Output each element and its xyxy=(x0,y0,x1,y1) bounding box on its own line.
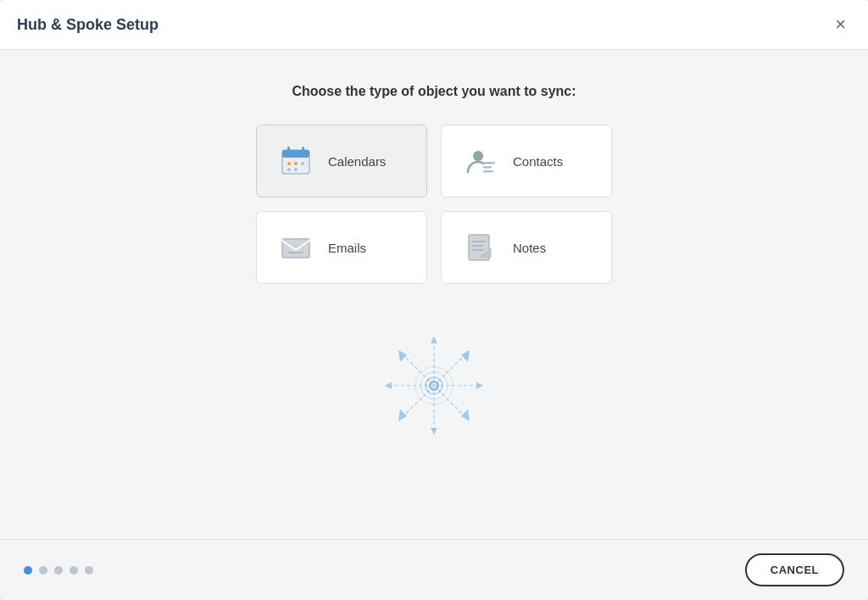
contacts-label: Contacts xyxy=(513,154,563,169)
svg-rect-1 xyxy=(282,150,309,158)
svg-rect-18 xyxy=(472,249,484,251)
svg-point-6 xyxy=(301,162,304,165)
svg-marker-26 xyxy=(461,409,470,421)
svg-line-21 xyxy=(434,353,466,386)
emails-label: Emails xyxy=(328,241,366,255)
dialog-header: Hub & Spoke Setup × xyxy=(0,0,868,50)
svg-rect-16 xyxy=(472,241,486,242)
calendars-card[interactable]: Calendars xyxy=(256,125,427,197)
dialog-footer: CANCEL xyxy=(0,539,868,600)
svg-marker-22 xyxy=(461,350,470,362)
dot-4 xyxy=(70,566,78,575)
emails-icon xyxy=(277,229,314,266)
notes-label: Notes xyxy=(513,241,546,255)
svg-rect-17 xyxy=(472,245,483,247)
svg-rect-10 xyxy=(483,162,495,164)
dot-3 xyxy=(54,566,63,575)
svg-rect-2 xyxy=(287,147,290,153)
contacts-icon xyxy=(462,142,499,180)
dialog-body: Choose the type of object you want to sy… xyxy=(0,50,868,539)
svg-line-29 xyxy=(402,386,434,418)
svg-marker-30 xyxy=(398,409,407,421)
close-button[interactable]: × xyxy=(830,14,851,36)
pagination-dots xyxy=(24,566,93,575)
emails-card[interactable]: Emails xyxy=(256,211,427,284)
instruction-text: Choose the type of object you want to sy… xyxy=(292,84,576,99)
svg-rect-11 xyxy=(483,166,492,169)
svg-rect-14 xyxy=(288,252,303,253)
calendars-label: Calendars xyxy=(328,154,386,169)
hub-spoke-dialog: Hub & Spoke Setup × Choose the type of o… xyxy=(0,0,868,600)
svg-point-4 xyxy=(287,162,291,165)
svg-rect-13 xyxy=(282,239,309,258)
notes-card[interactable]: Notes xyxy=(441,211,612,284)
svg-marker-24 xyxy=(476,382,483,389)
notes-icon xyxy=(462,229,499,266)
svg-rect-3 xyxy=(302,147,304,153)
svg-point-9 xyxy=(473,151,483,161)
svg-marker-20 xyxy=(431,336,437,343)
svg-marker-28 xyxy=(431,428,437,435)
svg-line-25 xyxy=(434,386,466,418)
dot-1 xyxy=(24,566,32,575)
svg-point-38 xyxy=(430,381,438,390)
svg-point-7 xyxy=(287,168,291,171)
svg-point-5 xyxy=(294,162,298,165)
calendar-icon xyxy=(277,142,314,180)
dialog-title: Hub & Spoke Setup xyxy=(17,16,159,34)
cancel-button[interactable]: CANCEL xyxy=(745,553,844,586)
svg-marker-32 xyxy=(385,382,392,389)
svg-line-33 xyxy=(402,353,434,386)
svg-rect-12 xyxy=(483,170,493,173)
svg-point-8 xyxy=(294,168,298,171)
dot-5 xyxy=(85,566,93,575)
contacts-card[interactable]: Contacts xyxy=(441,125,612,197)
svg-marker-34 xyxy=(398,350,407,362)
dot-2 xyxy=(39,566,47,575)
object-grid: Calendars Contacts xyxy=(256,125,612,284)
hub-spoke-diagram xyxy=(366,318,502,453)
